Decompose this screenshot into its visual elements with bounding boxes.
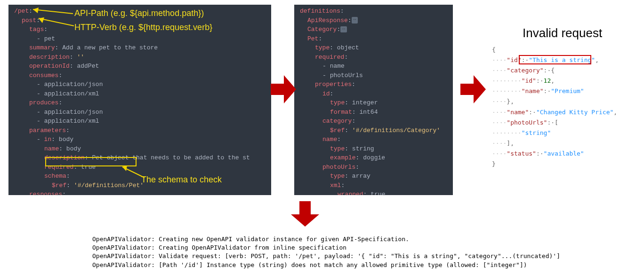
annotation-api-path: API-Path (e.g. ${api.method.path}) — [74, 8, 204, 18]
log-line: OpenAPIValidator: [Path '/id'] Instance … — [92, 261, 560, 269]
svg-marker-3 — [39, 17, 44, 23]
highlight-box-red — [519, 55, 591, 64]
arrow-right-icon — [460, 75, 486, 103]
annotation-http-verb: HTTP-Verb (e.g. ${http.request.verb} — [74, 23, 212, 32]
title-invalid-request: Invalid request — [523, 26, 602, 40]
highlight-box-yellow — [45, 157, 137, 166]
log-line: OpenAPIValidator: Validate request: [ver… — [92, 252, 560, 260]
arrow-yellow-icon — [34, 16, 76, 27]
log-line: OpenAPIValidator: Creating OpenAPIValida… — [92, 244, 560, 252]
collapse-badge-icon: ↔ — [340, 26, 346, 33]
svg-line-0 — [33, 9, 73, 14]
arrow-right-icon — [271, 75, 296, 103]
svg-line-2 — [39, 18, 74, 26]
json-panel: { ····"id":·"This is a string", ····"cat… — [492, 45, 638, 186]
svg-marker-8 — [291, 201, 319, 227]
svg-marker-6 — [271, 75, 296, 103]
yaml-key: /pet — [14, 8, 29, 15]
svg-marker-1 — [33, 8, 39, 13]
arrow-yellow-icon — [28, 7, 75, 16]
log-output: OpenAPIValidator: Creating new OpenAPI v… — [92, 235, 560, 269]
svg-marker-7 — [460, 75, 486, 103]
arrow-yellow-icon — [119, 165, 147, 179]
annotation-schema-check: The schema to check — [141, 175, 222, 185]
arrow-down-icon — [291, 201, 319, 227]
collapse-badge-icon: ↔ — [352, 17, 358, 24]
yaml-panel-right: definitions: ApiResponse:↔ Category:↔ Pe… — [294, 5, 453, 195]
log-line: OpenAPIValidator: Creating new OpenAPI v… — [92, 235, 560, 244]
